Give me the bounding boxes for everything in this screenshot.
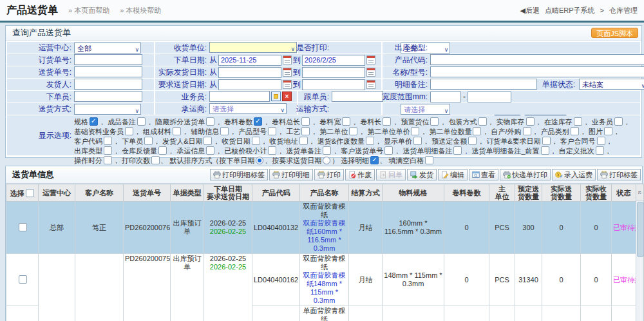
display-option-checkbox[interactable]: [104, 137, 112, 145]
display-option-checkbox[interactable]: [413, 137, 422, 145]
display-option-checkbox[interactable]: [268, 127, 276, 135]
actual-ship-from-input[interactable]: [218, 67, 281, 78]
page-help-link[interactable]: » 本页面帮助: [68, 6, 109, 15]
detail-note-input[interactable]: [430, 79, 537, 90]
row-checkbox[interactable]: [19, 275, 27, 284]
actual-ship-to-input[interactable]: [302, 67, 365, 78]
scrollbar-thumb[interactable]: [637, 202, 644, 257]
display-option-checkbox[interactable]: [158, 146, 167, 155]
display-option-checkbox[interactable]: [542, 137, 551, 145]
table-row[interactable]: PD260200075 出库预订单 2026-02-252026-02-25 L…: [6, 254, 636, 306]
receipt-button[interactable]: 回单: [376, 169, 406, 180]
display-option-checkbox[interactable]: [468, 137, 477, 145]
display-option-checkbox[interactable]: [604, 127, 612, 135]
req-date-from-input[interactable]: [218, 79, 281, 90]
display-option-checkbox[interactable]: [104, 156, 112, 164]
back-button[interactable]: ◀后退: [520, 6, 539, 15]
order-date-to-input[interactable]: [302, 55, 365, 66]
collapse-columns-control[interactable]: «: [636, 184, 644, 200]
display-option-checkbox[interactable]: [137, 117, 146, 126]
display-option-checkbox[interactable]: [614, 117, 623, 126]
print-label-button[interactable]: 打印标签: [597, 169, 641, 180]
display-option-checkbox[interactable]: [206, 146, 214, 155]
scrollbar-track[interactable]: [636, 200, 644, 321]
display-option-checkbox[interactable]: [268, 146, 276, 155]
row-checkbox[interactable]: [19, 223, 27, 231]
display-option-checkbox[interactable]: [144, 137, 153, 145]
display-option-checkbox[interactable]: [125, 127, 133, 135]
order-no-input[interactable]: [74, 54, 142, 65]
select-detail-checkbox[interactable]: [370, 156, 379, 164]
display-option-checkbox[interactable]: [299, 137, 308, 145]
display-option-checkbox[interactable]: [301, 127, 310, 135]
display-option-checkbox[interactable]: [173, 127, 181, 135]
table-row[interactable]: 总部 笃正 PD260200076 出库预订单 2026-02-252026-0…: [6, 202, 636, 254]
receiver-select[interactable]: ∨: [209, 42, 297, 53]
print-button[interactable]: 打印: [314, 169, 344, 180]
display-option-checkbox[interactable]: [596, 146, 604, 155]
display-option-checkbox[interactable]: [574, 117, 582, 126]
print-detail-label-button[interactable]: 打印明细标签: [210, 169, 268, 180]
module-help-link[interactable]: » 本模块帮助: [120, 6, 161, 15]
req-date-to-input[interactable]: [302, 79, 365, 90]
page-js-script-button[interactable]: 页面JS脚本: [591, 28, 638, 38]
display-option-checkbox[interactable]: [541, 146, 549, 155]
display-option-checkbox[interactable]: [478, 117, 487, 126]
delivery-no-input[interactable]: [74, 66, 142, 77]
salesman-input[interactable]: [209, 91, 270, 102]
display-option-checkbox[interactable]: [90, 117, 98, 126]
sort-by-order-date-radio[interactable]: [256, 157, 263, 164]
display-option-checkbox[interactable]: [384, 146, 393, 155]
display-option-checkbox[interactable]: [526, 117, 535, 126]
print-detail-button[interactable]: 打印明细: [269, 169, 313, 180]
doc-status-select[interactable]: 未结案∨: [579, 79, 644, 90]
transport-select[interactable]: 请选择∨: [401, 104, 450, 115]
op-center-select[interactable]: 全部∨: [74, 43, 141, 54]
view-button[interactable]: 查看: [469, 169, 498, 180]
display-option-checkbox[interactable]: [411, 127, 419, 135]
order-clerk-input[interactable]: [74, 91, 142, 102]
breadcrumb-module[interactable]: 仓库管理: [609, 6, 638, 15]
display-option-checkbox[interactable]: [252, 137, 260, 145]
select-all-checkbox[interactable]: [26, 189, 34, 197]
display-option-checkbox[interactable]: [254, 117, 262, 126]
enter-freight-button[interactable]: 录入运费: [552, 169, 596, 180]
product-spec-link[interactable]: 双面背胶青稞纸160mm * 116.5mm * 0.3mm: [301, 219, 347, 253]
void-button[interactable]: 作废: [345, 169, 375, 180]
calendar-icon[interactable]: [283, 80, 292, 89]
delivery-method-select[interactable]: ∨: [74, 104, 141, 115]
breadcrumb-system[interactable]: 点晴ERP子系统: [545, 6, 595, 15]
display-option-checkbox[interactable]: [597, 137, 605, 145]
display-option-checkbox[interactable]: [220, 127, 229, 135]
display-option-checkbox[interactable]: [342, 117, 350, 126]
display-option-checkbox[interactable]: [151, 156, 160, 164]
display-option-checkbox[interactable]: [301, 117, 310, 126]
carrier-select[interactable]: 请选择∨: [209, 103, 287, 114]
display-option-checkbox[interactable]: [323, 146, 331, 155]
display-option-checkbox[interactable]: [571, 127, 579, 135]
width-max-input[interactable]: [468, 92, 511, 102]
ship-button[interactable]: 发货: [407, 169, 437, 180]
display-option-checkbox[interactable]: [104, 146, 112, 155]
edit-button[interactable]: 编辑: [438, 169, 468, 180]
display-option-checkbox[interactable]: [366, 137, 374, 145]
display-option-checkbox[interactable]: [349, 127, 357, 135]
product-spec-link[interactable]: 双面背胶青稞纸148mm * 115mm * 0.3mm: [301, 271, 347, 305]
display-option-checkbox[interactable]: [204, 137, 212, 145]
display-option-checkbox[interactable]: [383, 117, 391, 126]
express-print-button[interactable]: 快递单打印: [500, 169, 551, 180]
shipper-input[interactable]: [74, 79, 142, 90]
width-min-input[interactable]: [430, 92, 461, 102]
sort-by-req-date-radio[interactable]: [323, 157, 330, 164]
fill-blank-checkbox[interactable]: [425, 156, 433, 164]
order-date-from-input[interactable]: [218, 55, 281, 66]
name-model-input[interactable]: [430, 66, 644, 77]
calendar-icon[interactable]: [283, 68, 292, 77]
product-code-input[interactable]: [430, 54, 644, 65]
display-option-checkbox[interactable]: [473, 127, 481, 135]
display-option-checkbox[interactable]: [430, 117, 439, 126]
display-option-checkbox[interactable]: [206, 117, 214, 126]
display-option-checkbox[interactable]: [453, 146, 462, 155]
display-option-checkbox[interactable]: [523, 127, 531, 135]
calendar-icon[interactable]: [283, 55, 292, 64]
